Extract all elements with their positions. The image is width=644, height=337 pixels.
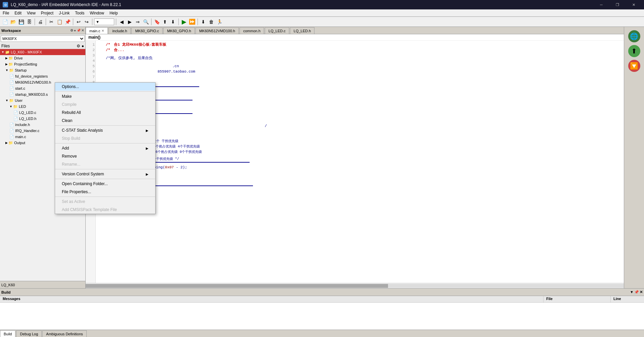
open-button[interactable]: 📂 [9, 18, 17, 26]
tab-mainc[interactable]: main.c ✕ [86, 27, 108, 34]
ctx-stop-build: Stop Build [55, 134, 155, 142]
tree-item-projectsetting[interactable]: ▶ 📁 ProjectSetting [0, 61, 85, 67]
files-settings-icon[interactable]: ⚙ [77, 44, 80, 48]
download-button[interactable]: ⬇ [200, 18, 207, 26]
green-icon-2[interactable]: ⬆ [628, 45, 640, 57]
redo-button[interactable]: ↪ [83, 18, 90, 26]
tree-item-lq-k60[interactable]: ▼ 📁 LQ_K60 - MK60FX [0, 49, 85, 55]
run-button[interactable]: 🏃 [216, 18, 223, 26]
cut-button[interactable]: ✂ [48, 18, 55, 26]
print-button[interactable]: 🖨 [37, 18, 44, 26]
toolbar-separator-4 [92, 18, 92, 25]
tree-item-startup[interactable]: ▼ 📁 Startup [0, 67, 85, 73]
code-line-led-comment: //核心板和母板上LED点亮 [98, 180, 621, 185]
build-pin-icon[interactable]: 📌 [634, 290, 639, 294]
build-tab-build[interactable]: Build [0, 330, 15, 337]
ctx-vcs[interactable]: Version Control System ▶ [55, 170, 155, 178]
menu-project[interactable]: Project [38, 9, 56, 16]
ctx-add-cmsispack-label: Add CMSISPack Template File [62, 207, 117, 212]
horizontal-scrollbar[interactable] [86, 283, 624, 288]
toolbar-separator-8 [198, 18, 198, 25]
close-button[interactable]: ✕ [626, 0, 641, 9]
ctx-file-props[interactable]: File Properties... [55, 188, 155, 196]
menu-file[interactable]: File [0, 9, 12, 16]
erase-button[interactable]: 🗑 [208, 18, 215, 26]
tab-mk60-gpio-c[interactable]: MK60_GPIO.c [131, 27, 163, 34]
toolbar-separator-6 [151, 18, 152, 25]
debug-button[interactable]: ⏩ [188, 18, 196, 26]
tab-includeh[interactable]: include.h [109, 27, 131, 34]
project-icon: 📁 [5, 50, 10, 54]
build-rows [0, 303, 644, 330]
code-line-6 [98, 81, 621, 86]
tree-item-fsl[interactable]: 📄 fsl_device_registers [0, 73, 85, 79]
menu-edit[interactable]: Edit [12, 9, 24, 16]
build-arrow-icon[interactable]: ▼ [630, 290, 634, 294]
workspace-label: Workspace [1, 29, 21, 33]
restore-button[interactable]: ❐ [610, 0, 625, 9]
save-button[interactable]: 💾 [17, 18, 25, 26]
menu-tools[interactable]: Tools [72, 9, 87, 16]
red-icon[interactable]: 🔽 [628, 60, 640, 72]
ctx-options[interactable]: Options... [55, 83, 155, 91]
code-line-chinese1: 抢占优先级16位个 干扰优先级 [98, 139, 621, 144]
goto-button[interactable]: ⇒ [134, 18, 141, 26]
ctx-add[interactable]: Add ▶ [55, 144, 155, 152]
ctx-clean[interactable]: Clean [55, 117, 155, 125]
sidebar-header: Workspace ⚙ ● 📌 ✕ [0, 27, 85, 34]
build-close-icon[interactable]: ✕ [640, 290, 643, 294]
bookmark-next-button[interactable]: ⬇ [169, 18, 177, 26]
tab-lqledh[interactable]: LQ_LED.h [290, 27, 314, 34]
menu-view[interactable]: View [24, 9, 38, 16]
bookmark-prev-button[interactable]: ⬆ [161, 18, 169, 26]
copy-button[interactable]: 📋 [56, 18, 63, 26]
sidebar-dot-icon: ● [74, 29, 76, 32]
code-line-2: /* 合... [98, 47, 621, 53]
sidebar-settings-icon[interactable]: ⚙ [70, 29, 73, 32]
ctx-rebuild-all[interactable]: Rebuild All [55, 109, 155, 117]
build-tab-ambiguous[interactable]: Ambiguous Definitions [42, 330, 86, 337]
files-label: Files [1, 44, 10, 48]
tab-mainc-close[interactable]: ✕ [101, 29, 104, 33]
minimize-button[interactable]: ─ [594, 0, 609, 9]
config-dropdown[interactable]: ▼ [94, 18, 114, 25]
build-tab-debug[interactable]: Debug Log [16, 330, 42, 337]
tree-label-lq-k60: LQ_K60 - MK60FX [11, 50, 42, 54]
paste-button[interactable]: 📌 [64, 18, 71, 26]
menu-window[interactable]: Window [87, 9, 107, 16]
folder-icon-drive: 📁 [8, 56, 13, 60]
nav-back-button[interactable]: ◀ [118, 18, 125, 26]
menu-jlink[interactable]: J-Link [56, 9, 72, 16]
ctx-open-folder[interactable]: Open Containing Folder... [55, 180, 155, 188]
ctx-cstat[interactable]: C-STAT Static Analysis ▶ [55, 126, 155, 134]
code-line-4: .cn [98, 64, 621, 69]
sidebar-close-icon[interactable]: ✕ [81, 29, 84, 32]
green-icon-1[interactable]: 🌐 [628, 30, 640, 42]
code-editor[interactable]: /* 合1 龙邱MK60核心板-套装车板 /* 合... /*网, 仅供参考, … [96, 41, 624, 283]
scroll-thumb[interactable] [86, 284, 388, 288]
tree-item-drive[interactable]: ▶ 📁 Drive [0, 55, 85, 61]
sidebar-pin-icon[interactable]: 📌 [77, 29, 81, 32]
build-tab-ambiguous-label: Ambiguous Definitions [46, 332, 83, 336]
new-file-button[interactable]: 📄 [1, 18, 9, 26]
menu-help[interactable]: Help [107, 9, 121, 16]
bookmark-button[interactable]: 🔖 [153, 18, 161, 26]
undo-button[interactable]: ↩ [75, 18, 82, 26]
tab-commonh[interactable]: common.h [240, 27, 264, 34]
compile-button[interactable]: ▶ [180, 18, 188, 26]
ctx-open-folder-label: Open Containing Folder... [62, 181, 108, 186]
editor-content[interactable]: 12345 678910 1112131415 1617181920 21222… [86, 41, 624, 283]
tab-mk60-gpio-h[interactable]: MK60_GPIO.h [163, 27, 195, 34]
ctx-make[interactable]: Make [55, 92, 155, 100]
ctx-remove[interactable]: Remove [55, 152, 155, 160]
nav-forward-button[interactable]: ▶ [126, 18, 133, 26]
code-line-chinese3: 干优先级 4: 16个抢占优先级 0个干扰优先级 [98, 150, 621, 155]
tree-label-projectsetting: ProjectSetting [14, 62, 37, 66]
tab-mk60n512[interactable]: MK60N512VMD100.h [196, 27, 239, 34]
tree-label-irq: IRQ_Handler.c [15, 129, 39, 133]
save-all-button[interactable]: 🗄 [26, 18, 33, 26]
find-button[interactable]: 🔍 [142, 18, 149, 26]
toolbar-separator-7 [178, 18, 179, 25]
tab-lqledc[interactable]: LQ_LED.c [265, 27, 289, 34]
workspace-dropdown[interactable]: MK60FX [1, 35, 85, 42]
